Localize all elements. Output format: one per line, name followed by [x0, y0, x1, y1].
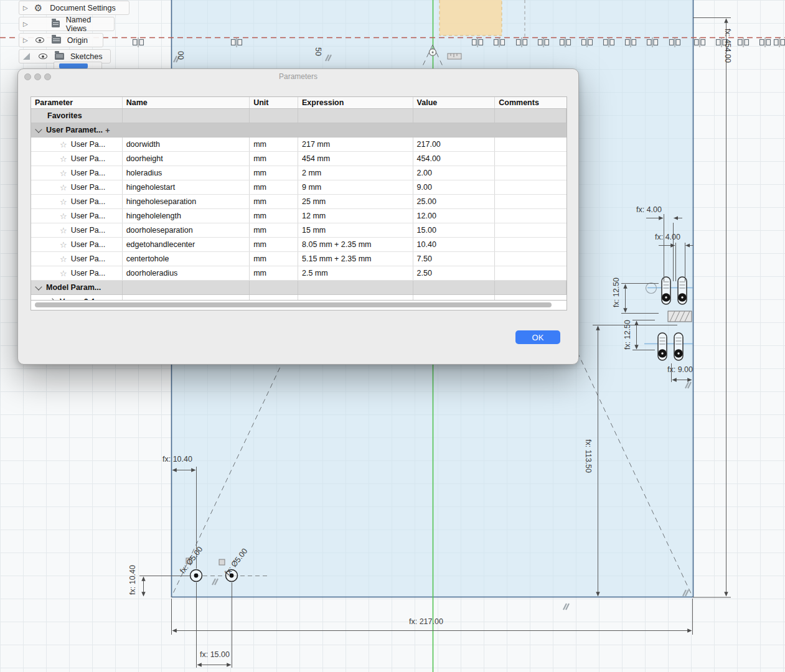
column-header-name[interactable]: Name: [123, 97, 250, 108]
measure-icon: [448, 54, 461, 59]
parameter-expression-cell[interactable]: 15 mm: [298, 223, 413, 237]
parameter-expression-cell[interactable]: 454 mm: [298, 152, 413, 166]
group-row-favorites[interactable]: Favorites: [31, 109, 566, 123]
add-user-parameter-icon[interactable]: +: [105, 126, 110, 135]
dimension-label-hinge-position[interactable]: fx: 113.50: [584, 439, 593, 473]
parameter-type-label: User Pa...: [71, 197, 106, 206]
group-label: Model Param...: [46, 283, 101, 292]
visibility-eye-icon[interactable]: [39, 54, 47, 59]
parameter-comments-cell[interactable]: [495, 152, 566, 166]
parameter-expression-cell[interactable]: 8.05 mm + 2.35 mm: [298, 238, 413, 251]
parameter-comments-cell[interactable]: [495, 166, 566, 180]
parameter-expression-cell[interactable]: 5.15 mm + 2.35 mm: [298, 252, 413, 266]
parameter-name-cell[interactable]: doorholeseparation: [123, 223, 250, 237]
parameter-name-cell[interactable]: doorheight: [123, 152, 250, 166]
parameter-name-cell[interactable]: hingeholeseparation: [123, 195, 250, 208]
column-header-expression[interactable]: Expression: [298, 97, 413, 108]
parameter-comments-cell[interactable]: [495, 252, 566, 266]
expand-arrow-icon[interactable]: ▷: [23, 21, 28, 27]
column-header-value[interactable]: Value: [413, 97, 496, 108]
parameter-expression-cell[interactable]: 9 mm: [298, 180, 413, 194]
parameter-row[interactable]: ☆ User Pa... edgetohandlecenter mm 8.05 …: [31, 238, 566, 252]
parameter-expression-cell[interactable]: 25 mm: [298, 195, 413, 208]
parameter-row[interactable]: ☆ User Pa... doorheight mm 454 mm 454.00: [31, 152, 566, 166]
group-row-model-parameters[interactable]: Model Param...: [31, 281, 566, 295]
parameter-row[interactable]: ☆ User Pa... hingeholeseparation mm 25 m…: [31, 195, 566, 209]
browser-item-label: Document Settings: [50, 4, 116, 12]
parameter-name-cell[interactable]: doorholeradius: [123, 266, 250, 280]
scrollbar-thumb[interactable]: [35, 302, 552, 307]
favorite-star-icon[interactable]: ☆: [60, 255, 67, 263]
parameter-name-cell[interactable]: hingeholelength: [123, 209, 250, 223]
parameter-comments-cell[interactable]: [495, 209, 566, 223]
parameter-name-cell[interactable]: edgetohandlecenter: [123, 238, 250, 251]
dimension-label-door-height[interactable]: fx: 454.00: [723, 29, 732, 63]
parameter-row[interactable]: ☆ User Pa... doorholeradius mm 2.5 mm 2.…: [31, 266, 566, 281]
column-header-comments[interactable]: Comments: [495, 97, 566, 108]
parameter-row[interactable]: ☆ User Pa... doorholeseparation mm 15 mm…: [31, 223, 566, 238]
dimension-label-hinge-offset-b[interactable]: fx: 4.00: [655, 233, 680, 241]
favorite-star-icon[interactable]: ☆: [60, 226, 67, 235]
collapse-chevron-icon[interactable]: [35, 126, 42, 133]
parameter-name-cell[interactable]: centertohole: [123, 252, 250, 266]
parameter-row[interactable]: ☆ User Pa... hingeholestart mm 9 mm 9.00: [31, 180, 566, 195]
parameter-comments-cell[interactable]: [495, 238, 566, 251]
parameter-row[interactable]: ☆ User Pa... centertohole mm 5.15 mm + 2…: [31, 252, 566, 266]
dimension-label-hinge-sep-b[interactable]: fx: 12.50: [623, 320, 632, 350]
parameter-type-label: User Pa...: [71, 254, 106, 263]
group-row-user-parameters[interactable]: User Paramet... +: [31, 123, 566, 138]
browser-item-label: Named Views: [66, 16, 108, 33]
column-header-parameter[interactable]: Parameter: [31, 97, 123, 108]
dimension-label-hinge-sep-a[interactable]: fx: 12.50: [612, 278, 621, 307]
fusion-sketch-viewport[interactable]: fx: 454.00 fx: 4.00 fx: 4.00 fx: 12.50 f…: [0, 0, 785, 672]
favorite-star-icon[interactable]: ☆: [60, 198, 67, 206]
favorite-star-icon[interactable]: ☆: [60, 141, 67, 149]
parameter-name-cell[interactable]: holeradius: [123, 166, 250, 180]
parameters-table: Parameter Name Unit Expression Value Com…: [31, 96, 567, 301]
favorite-star-icon[interactable]: ☆: [60, 155, 67, 163]
parameter-comments-cell[interactable]: [495, 138, 566, 151]
parameter-comments-cell[interactable]: [495, 223, 566, 237]
favorite-star-icon[interactable]: ☆: [60, 241, 67, 249]
dimension-label-door-width[interactable]: fx: 217.00: [409, 617, 443, 626]
favorite-star-icon[interactable]: ☆: [60, 212, 67, 220]
parameter-expression-cell[interactable]: 2 mm: [298, 166, 413, 180]
browser-item-document-settings[interactable]: ▷ ⚙ Document Settings: [19, 1, 129, 15]
parameter-row[interactable]: ☆ User Pa... doorwidth mm 217 mm 217.00: [31, 138, 566, 152]
parameter-name-cell[interactable]: hingeholestart: [123, 180, 250, 194]
dimension-label-hinge-start[interactable]: fx: 9.00: [667, 365, 693, 374]
parameter-comments-cell[interactable]: [495, 195, 566, 208]
horizontal-scrollbar[interactable]: [31, 301, 567, 310]
parameter-row[interactable]: ☆ User Pa... hingeholelength mm 12 mm 12…: [31, 209, 566, 223]
dialog-titlebar[interactable]: Parameters: [18, 69, 578, 84]
selected-sketch-highlight[interactable]: [59, 63, 88, 68]
favorite-star-icon[interactable]: ☆: [60, 169, 67, 177]
dimension-label-handle-x[interactable]: fx: 10.40: [162, 455, 192, 464]
visibility-eye-icon[interactable]: [35, 37, 44, 43]
parameter-expression-cell[interactable]: 2.5 mm: [298, 266, 413, 280]
parameter-comments-cell[interactable]: [495, 266, 566, 280]
parameter-row[interactable]: ☆ User Pa... holeradius mm 2 mm 2.00: [31, 166, 566, 180]
dimension-label-hinge-offset-a[interactable]: fx: 4.00: [636, 205, 662, 214]
dimension-label-handle-y[interactable]: fx: 10.40: [128, 565, 137, 595]
dimension-label-hole-separation[interactable]: fx: 15.00: [200, 650, 230, 659]
parameter-comments-cell[interactable]: [495, 180, 566, 194]
parameter-expression-cell[interactable]: 12 mm: [298, 209, 413, 223]
parameter-name-cell[interactable]: doorwidth: [123, 138, 250, 151]
favorite-star-icon[interactable]: ☆: [60, 269, 67, 278]
parameter-unit-cell: mm: [250, 195, 298, 208]
column-header-unit[interactable]: Unit: [250, 97, 298, 108]
expand-arrow-icon[interactable]: ▷: [23, 37, 28, 44]
row-voron-component[interactable]: Voron 2.4 ...: [31, 295, 566, 301]
expand-arrow-icon[interactable]: ▷: [23, 5, 28, 11]
collapse-chevron-icon[interactable]: [35, 283, 42, 290]
parameter-unit-cell: mm: [250, 209, 298, 223]
parameter-expression-cell[interactable]: 217 mm: [298, 138, 413, 151]
parameter-type-label: User Pa...: [71, 140, 106, 149]
browser-item-label: Origin: [67, 36, 88, 45]
browser-item-origin[interactable]: ▷ Origin: [19, 33, 103, 47]
favorite-star-icon[interactable]: ☆: [60, 184, 67, 192]
dimension-label-partial-b: 50: [314, 47, 322, 56]
ok-button[interactable]: OK: [515, 330, 560, 344]
browser-item-named-views[interactable]: ▷ Named Views: [19, 17, 115, 31]
